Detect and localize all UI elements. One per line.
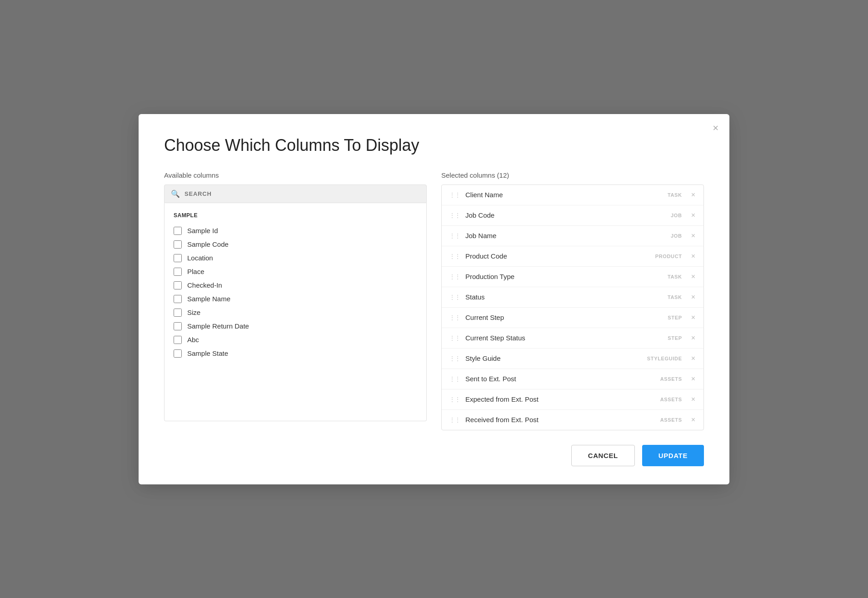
remove-column-button[interactable]: ×	[690, 374, 696, 384]
selected-item-tag: TASK	[668, 294, 682, 300]
list-item[interactable]: Abc	[174, 333, 417, 347]
remove-column-button[interactable]: ×	[690, 313, 696, 322]
selected-item-tag: PRODUCT	[655, 254, 682, 259]
selected-panel: Selected columns (12) ⋮⋮Client NameTASK×…	[441, 171, 704, 430]
selected-item-tag: ASSETS	[660, 417, 682, 423]
selected-item-name: Job Code	[465, 211, 665, 219]
dialog: × Choose Which Columns To Display Availa…	[139, 114, 729, 484]
remove-column-button[interactable]: ×	[690, 354, 696, 363]
selected-row: ⋮⋮Expected from Ext. PostASSETS×	[442, 389, 703, 410]
group-label-sample: SAMPLE	[174, 212, 417, 219]
selected-item-name: Style Guide	[465, 354, 642, 362]
selected-item-tag: ASSETS	[660, 376, 682, 382]
remove-column-button[interactable]: ×	[690, 395, 696, 404]
list-item[interactable]: Sample Id	[174, 224, 417, 238]
available-list: SAMPLE Sample IdSample CodeLocationPlace…	[164, 203, 427, 421]
selected-row: ⋮⋮StatusTASK×	[442, 287, 703, 308]
drag-handle-icon[interactable]: ⋮⋮	[449, 355, 460, 362]
checkbox-sample_return_date[interactable]	[174, 322, 182, 330]
selected-row: ⋮⋮Job CodeJOB×	[442, 205, 703, 226]
checkbox-sample_id[interactable]	[174, 227, 182, 235]
list-item[interactable]: Sample Code	[174, 238, 417, 251]
selected-item-tag: STEP	[668, 335, 682, 341]
selected-row: ⋮⋮Product CodePRODUCT×	[442, 246, 703, 267]
modal-title: Choose Which Columns To Display	[164, 136, 704, 155]
remove-column-button[interactable]: ×	[690, 252, 696, 261]
drag-handle-icon[interactable]: ⋮⋮	[449, 375, 460, 383]
selected-item-name: Received from Ext. Post	[465, 416, 655, 424]
checkbox-sample_state[interactable]	[174, 349, 182, 358]
selected-row: ⋮⋮Sent to Ext. PostASSETS×	[442, 369, 703, 389]
cancel-button[interactable]: CANCEL	[571, 445, 635, 466]
selected-item-name: Product Code	[465, 252, 650, 260]
selected-panel-label: Selected columns (12)	[441, 171, 704, 179]
selected-item-tag: TASK	[668, 274, 682, 279]
drag-handle-icon[interactable]: ⋮⋮	[449, 294, 460, 301]
columns-container: Available columns 🔍 SAMPLE Sample IdSamp…	[164, 171, 704, 430]
remove-column-button[interactable]: ×	[690, 272, 696, 281]
selected-row: ⋮⋮Client NameTASK×	[442, 185, 703, 205]
selected-item-tag: ASSETS	[660, 397, 682, 402]
update-button[interactable]: UPDATE	[642, 445, 704, 466]
list-item[interactable]: Size	[174, 306, 417, 319]
selected-list: ⋮⋮Client NameTASK×⋮⋮Job CodeJOB×⋮⋮Job Na…	[441, 184, 704, 430]
selected-item-tag: STEP	[668, 315, 682, 320]
search-input[interactable]	[185, 190, 420, 197]
search-box: 🔍	[164, 184, 427, 203]
search-icon: 🔍	[171, 189, 180, 198]
list-item[interactable]: Sample State	[174, 347, 417, 360]
drag-handle-icon[interactable]: ⋮⋮	[449, 253, 460, 260]
drag-handle-icon[interactable]: ⋮⋮	[449, 273, 460, 280]
selected-item-name: Client Name	[465, 191, 662, 199]
selected-item-name: Job Name	[465, 232, 665, 239]
remove-column-button[interactable]: ×	[690, 293, 696, 302]
checkbox-place[interactable]	[174, 268, 182, 276]
checkbox-sample_code[interactable]	[174, 240, 182, 249]
footer: CANCEL UPDATE	[164, 445, 704, 466]
selected-row: ⋮⋮Style GuideSTYLEGUIDE×	[442, 349, 703, 369]
remove-column-button[interactable]: ×	[690, 231, 696, 240]
selected-item-tag: JOB	[671, 213, 682, 218]
selected-item-tag: TASK	[668, 192, 682, 198]
list-item[interactable]: Location	[174, 251, 417, 265]
checkbox-size[interactable]	[174, 309, 182, 317]
selected-item-name: Current Step Status	[465, 334, 662, 342]
drag-handle-icon[interactable]: ⋮⋮	[449, 416, 460, 424]
remove-column-button[interactable]: ×	[690, 334, 696, 343]
selected-row: ⋮⋮Current Step StatusSTEP×	[442, 328, 703, 349]
selected-item-name: Sent to Ext. Post	[465, 375, 655, 383]
selected-item-tag: STYLEGUIDE	[647, 356, 682, 361]
selected-row: ⋮⋮Received from Ext. PostASSETS×	[442, 410, 703, 430]
checkbox-abc[interactable]	[174, 336, 182, 344]
remove-column-button[interactable]: ×	[690, 190, 696, 199]
drag-handle-icon[interactable]: ⋮⋮	[449, 334, 460, 342]
drag-handle-icon[interactable]: ⋮⋮	[449, 314, 460, 321]
checkbox-checked_in[interactable]	[174, 281, 182, 289]
selected-item-name: Production Type	[465, 273, 662, 280]
selected-item-name: Status	[465, 293, 662, 301]
drag-handle-icon[interactable]: ⋮⋮	[449, 232, 460, 239]
list-item[interactable]: Place	[174, 265, 417, 279]
close-button[interactable]: ×	[713, 123, 718, 133]
available-panel-label: Available columns	[164, 171, 427, 179]
list-item[interactable]: Sample Return Date	[174, 319, 417, 333]
selected-item-name: Expected from Ext. Post	[465, 395, 655, 403]
drag-handle-icon[interactable]: ⋮⋮	[449, 212, 460, 219]
modal-overlay: × Choose Which Columns To Display Availa…	[0, 0, 868, 598]
checkbox-sample_name[interactable]	[174, 295, 182, 303]
list-item[interactable]: Checked-In	[174, 279, 417, 292]
selected-item-name: Current Step	[465, 314, 662, 321]
drag-handle-icon[interactable]: ⋮⋮	[449, 191, 460, 199]
drag-handle-icon[interactable]: ⋮⋮	[449, 396, 460, 403]
selected-row: ⋮⋮Job NameJOB×	[442, 226, 703, 246]
remove-column-button[interactable]: ×	[690, 211, 696, 220]
remove-column-button[interactable]: ×	[690, 415, 696, 424]
list-item[interactable]: Sample Name	[174, 292, 417, 306]
selected-item-tag: JOB	[671, 233, 682, 239]
available-panel: Available columns 🔍 SAMPLE Sample IdSamp…	[164, 171, 427, 430]
selected-row: ⋮⋮Production TypeTASK×	[442, 267, 703, 287]
checkbox-location[interactable]	[174, 254, 182, 262]
selected-row: ⋮⋮Current StepSTEP×	[442, 308, 703, 328]
